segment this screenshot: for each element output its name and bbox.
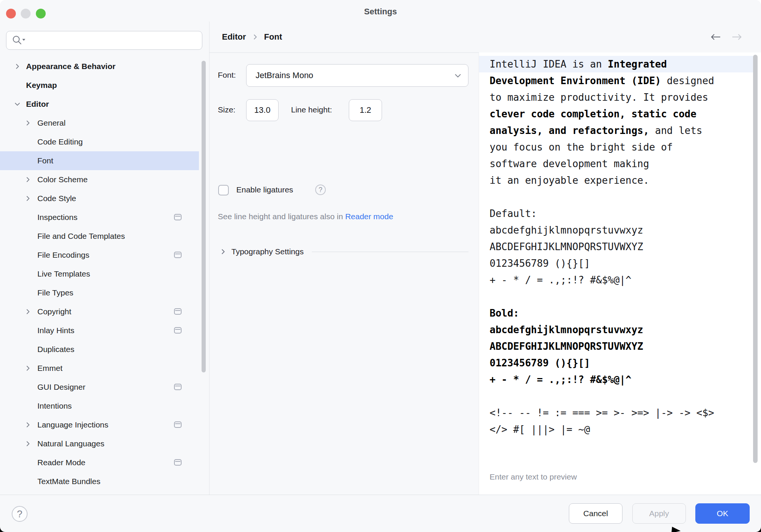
sidebar-item-inlay-hints[interactable]: Inlay Hints [0,321,199,340]
preview-bold-segment: Bold: [490,308,519,319]
font-family-select[interactable]: JetBrains Mono [246,64,468,87]
dialog-footer: ? Cancel Apply OK [0,495,761,532]
settings-sidebar: Appearance & BehaviorKeymapEditorGeneral… [0,22,210,495]
chevron-down-icon[interactable] [13,100,22,109]
preview-line [479,388,753,404]
font-family-value: JetBrains Mono [256,71,454,80]
search-input[interactable] [27,31,202,49]
preview-line: it an enjoyable experience. [479,172,753,189]
forward-arrow-icon[interactable] [732,34,742,40]
ok-button[interactable]: OK [695,503,750,524]
preview-line: IntelliJ IDEA is an Integrated [479,56,753,72]
sidebar-item-label: General [37,118,66,128]
preview-scrollbar[interactable] [753,55,758,463]
sidebar-item-gui-designer[interactable]: GUI Designer [0,378,199,397]
preview-segment: Default: [490,208,537,219]
sidebar-item-general[interactable]: General [0,114,199,132]
sidebar-item-file-and-code-templates[interactable]: File and Code Templates [0,227,199,246]
chevron-right-icon [220,248,226,255]
font-label: Font: [218,71,236,80]
preview-segment: <!-- -- != := === >= >- >=> |-> -> <$> [490,407,714,418]
preview-line: analysis, and refactorings, and lets [479,122,753,139]
sidebar-item-reader-mode[interactable]: Reader Mode [0,453,199,472]
typography-divider [312,252,468,252]
search-history-dropdown-icon [22,39,25,41]
preview-placeholder-hint: Enter any text to preview [490,472,577,481]
breadcrumb-editor[interactable]: Editor [222,32,246,42]
sidebar-item-textmate-bundles[interactable]: TextMate Bundles [0,472,199,491]
sidebar-item-label: Keymap [26,81,57,90]
sidebar-item-live-templates[interactable]: Live Templates [0,264,199,283]
chevron-right-icon[interactable] [23,364,32,373]
chevron-right-icon[interactable] [13,62,22,71]
enable-ligatures-checkbox[interactable] [218,185,229,195]
sidebar-item-copyright[interactable]: Copyright [0,302,199,321]
line-height-value: 1.2 [360,105,371,115]
preview-bold-segment: Integrated [608,58,667,70]
sidebar-item-label: TextMate Bundles [37,477,100,486]
sidebar-item-keymap[interactable]: Keymap [0,76,199,95]
font-settings-form: Font: JetBrains Mono Size: 13.0 Line hei… [209,52,479,495]
window-settings-icon [174,214,182,220]
chevron-right-icon[interactable] [23,307,32,316]
sidebar-scrollbar[interactable] [202,61,206,372]
reader-mode-link[interactable]: Reader mode [345,212,393,221]
cancel-button[interactable]: Cancel [569,503,622,524]
sidebar-item-code-editing[interactable]: Code Editing [0,132,199,151]
sidebar-item-inspections[interactable]: Inspections [0,208,199,227]
chevron-right-icon[interactable] [23,194,32,203]
sidebar-item-label: File Encodings [37,251,89,260]
preview-line: + - * / = .,;:!? #&$%@|^ [479,371,753,388]
sidebar-item-label: File Types [37,288,73,297]
settings-search-box[interactable] [6,31,202,50]
sidebar-item-intentions[interactable]: Intentions [0,397,199,415]
size-input[interactable]: 13.0 [246,99,279,121]
window-settings-icon [174,308,182,315]
chevron-right-icon[interactable] [23,175,32,184]
window-settings-icon [174,327,182,334]
sidebar-item-language-injections[interactable]: Language Injections [0,415,199,434]
search-icon [12,35,27,46]
sidebar-item-emmet[interactable]: Emmet [0,359,199,378]
sidebar-item-file-encodings[interactable]: File Encodings [0,246,199,264]
window-settings-icon [174,384,182,390]
preview-bold-segment: ABCDEFGHIJKLMNOPQRSTUVWXYZ [490,341,643,352]
preview-segment: 0123456789 (){}[] [490,258,590,269]
preview-segment: software development making [490,158,649,169]
preview-line: Bold: [479,305,753,321]
sidebar-item-label: File and Code Templates [37,232,125,241]
size-value: 13.0 [254,105,271,115]
chevron-right-icon[interactable] [23,420,32,429]
help-icon[interactable]: ? [12,506,28,522]
chevron-right-icon[interactable] [23,118,32,128]
sidebar-item-label: Code Editing [37,137,83,146]
chevron-right-icon[interactable] [23,439,32,448]
back-arrow-icon[interactable] [710,34,721,40]
sidebar-item-label: Inspections [37,213,77,222]
preview-line: abcdefghijklmnopqrstuvwxyz [479,222,753,238]
preview-line: you focus on the bright side of [479,139,753,155]
sidebar-item-file-types[interactable]: File Types [0,283,199,302]
sidebar-item-font[interactable]: Font [0,151,199,170]
sidebar-item-natural-languages[interactable]: Natural Languages [0,434,199,453]
preview-segment: + - * / = .,;:!? #&$%@|^ [490,274,632,286]
sidebar-item-duplicates[interactable]: Duplicates [0,340,199,359]
typography-settings-row[interactable]: Typography Settings [218,242,468,261]
font-preview-pane[interactable]: IntelliJ IDEA is an IntegratedDevelopmen… [479,52,761,495]
sidebar-item-label: Font [37,156,53,165]
line-height-input[interactable]: 1.2 [349,99,382,121]
chevron-down-icon [454,74,461,78]
preview-line: 0123456789 (){}[] [479,355,753,371]
sidebar-item-appearance-behavior[interactable]: Appearance & Behavior [0,57,199,76]
enable-ligatures-label[interactable]: Enable ligatures [236,185,293,194]
preview-line: abcdefghijklmnopqrstuvwxyz [479,321,753,338]
preview-line: Default: [479,205,753,222]
preview-line: Development Environment (IDE) designed [479,72,753,89]
sidebar-item-code-style[interactable]: Code Style [0,189,199,208]
preview-segment: IntelliJ IDEA is an [490,58,608,70]
sidebar-item-label: Duplicates [37,345,74,354]
sidebar-item-editor[interactable]: Editor [0,95,199,114]
window-title: Settings [0,0,761,22]
ligatures-help-icon[interactable]: ? [315,185,326,195]
sidebar-item-color-scheme[interactable]: Color Scheme [0,170,199,189]
